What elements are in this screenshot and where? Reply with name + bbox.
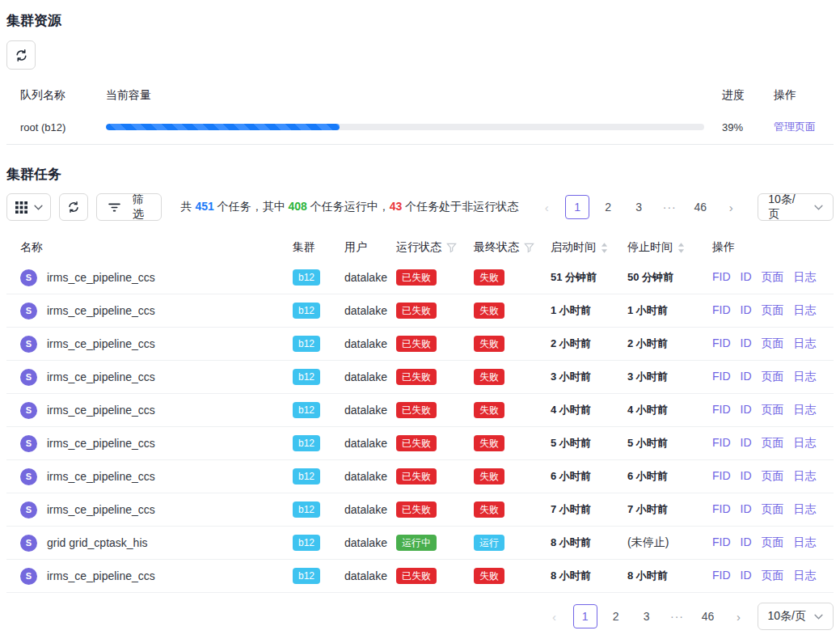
action-link-log[interactable]: 日志 xyxy=(794,403,817,417)
final-status-cell: 失败 xyxy=(474,303,551,319)
action-link-fid[interactable]: FID xyxy=(712,469,731,484)
pagination-ellipsis[interactable]: ··· xyxy=(657,195,682,219)
page-size-value: 10条/页 xyxy=(768,609,806,624)
pagination-ellipsis[interactable]: ··· xyxy=(665,604,690,628)
action-link-log[interactable]: 日志 xyxy=(794,270,817,285)
avatar: S xyxy=(20,336,37,353)
run-status-badge: 已失败 xyxy=(396,402,437,418)
final-status-badge: 失败 xyxy=(474,435,504,451)
action-link-fid[interactable]: FID xyxy=(712,502,731,517)
action-link-page[interactable]: 页面 xyxy=(762,569,784,583)
tasks-table-header: 名称 集群 用户 运行状态 最终状态 启动时间 停止时间 操作 xyxy=(6,234,834,261)
start-time: 5 小时前 xyxy=(551,437,591,449)
action-link-log[interactable]: 日志 xyxy=(794,303,817,318)
column-header-run-status: 运行状态 xyxy=(396,240,474,255)
resources-refresh-button[interactable] xyxy=(6,40,36,70)
filter-funnel-icon[interactable] xyxy=(524,243,534,253)
pagination-prev[interactable]: ‹ xyxy=(542,604,567,628)
action-link-fid[interactable]: FID xyxy=(712,436,731,451)
avatar: S xyxy=(20,269,37,286)
pagination-page-3[interactable]: 3 xyxy=(635,604,659,628)
stop-time-cell: 50 分钟前 xyxy=(627,270,712,285)
action-link-page[interactable]: 页面 xyxy=(762,535,784,550)
pagination-page-1[interactable]: 1 xyxy=(573,604,597,628)
page-size-select[interactable]: 10条/页 xyxy=(758,193,834,221)
action-link-log[interactable]: 日志 xyxy=(794,436,817,451)
action-link-id[interactable]: ID xyxy=(741,535,752,550)
action-link-log[interactable]: 日志 xyxy=(794,502,817,517)
pagination-page-3[interactable]: 3 xyxy=(627,195,651,219)
action-link-log[interactable]: 日志 xyxy=(794,469,817,484)
pagination-page-46[interactable]: 46 xyxy=(688,195,712,219)
action-link-id[interactable]: ID xyxy=(741,469,752,484)
user-cell: datalake xyxy=(344,271,396,284)
action-link-id[interactable]: ID xyxy=(741,436,752,451)
action-link-fid[interactable]: FID xyxy=(712,336,731,351)
action-link-id[interactable]: ID xyxy=(741,569,752,583)
task-name: irms_ce_pipeline_ccs xyxy=(47,271,155,284)
user-cell: datalake xyxy=(344,370,396,383)
pagination-page-2[interactable]: 2 xyxy=(604,604,628,628)
action-link-page[interactable]: 页面 xyxy=(762,336,784,351)
action-link-fid[interactable]: FID xyxy=(712,270,731,285)
tasks-refresh-button[interactable] xyxy=(59,193,88,221)
sort-icon[interactable] xyxy=(677,243,685,253)
tasks-table-body: Sirms_ce_pipeline_ccsb12datalake已失败失败51 … xyxy=(6,261,834,593)
action-link-page[interactable]: 页面 xyxy=(762,303,784,318)
action-link-id[interactable]: ID xyxy=(741,336,752,351)
filter-funnel-icon[interactable] xyxy=(446,243,457,253)
cluster-cell: b12 xyxy=(293,369,344,385)
chevron-down-icon xyxy=(814,614,823,620)
action-link-log[interactable]: 日志 xyxy=(794,569,817,583)
cluster-badge: b12 xyxy=(293,435,320,451)
stop-time-cell: (未停止) xyxy=(627,535,712,550)
pagination-prev[interactable]: ‹ xyxy=(534,195,559,219)
pagination-next[interactable]: › xyxy=(727,604,751,628)
action-link-id[interactable]: ID xyxy=(741,403,752,417)
page-size-select[interactable]: 10条/页 xyxy=(758,603,834,630)
action-link-page[interactable]: 页面 xyxy=(762,370,784,384)
filter-button[interactable]: 筛选 xyxy=(96,193,161,221)
cluster-cell: b12 xyxy=(293,501,344,518)
action-link-log[interactable]: 日志 xyxy=(794,370,817,384)
action-link-id[interactable]: ID xyxy=(741,370,752,384)
pagination-page-46[interactable]: 46 xyxy=(696,604,720,628)
start-time: 7 小时前 xyxy=(551,503,591,515)
final-status-cell: 运行 xyxy=(474,535,551,551)
action-link-page[interactable]: 页面 xyxy=(762,270,784,285)
pagination-page-1[interactable]: 1 xyxy=(565,195,589,219)
run-status-cell: 已失败 xyxy=(396,336,474,352)
start-time: 1 小时前 xyxy=(551,304,591,316)
action-cell: FIDID页面日志 xyxy=(712,370,834,384)
column-header-action: 操作 xyxy=(712,240,834,255)
stop-time: 50 分钟前 xyxy=(627,271,673,283)
action-link-fid[interactable]: FID xyxy=(712,403,731,417)
action-link-id[interactable]: ID xyxy=(741,303,752,318)
action-link-id[interactable]: ID xyxy=(741,502,752,517)
pagination-next[interactable]: › xyxy=(719,195,743,219)
final-status-cell: 失败 xyxy=(474,269,551,286)
final-status-badge: 失败 xyxy=(474,402,504,418)
action-link-page[interactable]: 页面 xyxy=(762,436,784,451)
pagination-page-2[interactable]: 2 xyxy=(596,195,620,219)
action-link-fid[interactable]: FID xyxy=(712,370,731,384)
action-link-page[interactable]: 页面 xyxy=(762,502,784,517)
manage-page-link[interactable]: 管理页面 xyxy=(774,121,816,133)
action-link-fid[interactable]: FID xyxy=(712,535,731,550)
top-pagination: ‹123···46› xyxy=(534,195,743,219)
final-status-badge: 失败 xyxy=(474,468,504,485)
resources-table-header: 队列名称 当前容量 进度 操作 xyxy=(6,81,834,110)
action-link-log[interactable]: 日志 xyxy=(794,336,817,351)
action-link-page[interactable]: 页面 xyxy=(762,469,784,484)
final-status-badge: 失败 xyxy=(474,568,504,584)
action-cell: FIDID页面日志 xyxy=(712,270,834,285)
table-row: Sirms_ce_pipeline_ccsb12datalake已失败失败51 … xyxy=(6,261,834,294)
run-status-badge: 已失败 xyxy=(396,435,437,451)
action-link-page[interactable]: 页面 xyxy=(762,403,784,417)
action-link-fid[interactable]: FID xyxy=(712,303,731,318)
action-link-log[interactable]: 日志 xyxy=(794,535,817,550)
column-settings-button[interactable] xyxy=(6,193,51,221)
action-link-fid[interactable]: FID xyxy=(712,569,731,583)
sort-icon[interactable] xyxy=(601,243,608,253)
action-link-id[interactable]: ID xyxy=(741,270,752,285)
